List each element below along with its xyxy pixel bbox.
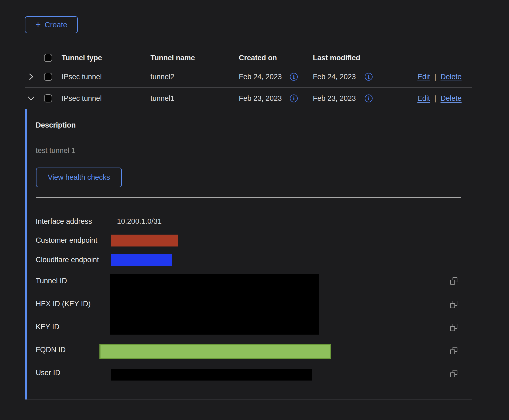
- tunnel-name-value: tunnel2: [150, 72, 175, 81]
- tunnel-type-value: IPsec tunnel: [62, 94, 102, 102]
- header-tunnel-type: Tunnel type: [62, 54, 102, 62]
- row-actions: Edit | Delete: [417, 94, 462, 102]
- tunnel-name-value: tunnel1: [150, 94, 175, 102]
- chevron-right-icon[interactable]: [27, 73, 35, 81]
- actions-separator: |: [434, 72, 436, 81]
- tunnel-id-label: Tunnel ID: [36, 277, 67, 285]
- table-row-expanded: IPsec tunnel tunnel1 Feb 23, 2023 i Feb …: [0, 88, 509, 109]
- view-health-checks-label: View health checks: [48, 173, 110, 182]
- cloudflare-endpoint-label: Cloudflare endpoint: [36, 256, 99, 264]
- created-on-value: Feb 24, 2023: [239, 72, 282, 81]
- chevron-down-icon[interactable]: [27, 94, 35, 102]
- fqdn-id-redacted-value: [99, 344, 331, 359]
- last-modified-value: Feb 24, 2023: [313, 72, 356, 81]
- header-last-modified: Last modified: [313, 54, 360, 62]
- copy-icon-front: [450, 280, 455, 285]
- fqdn-id-label: FQDN ID: [36, 346, 66, 354]
- actions-separator: |: [434, 94, 436, 102]
- user-id-label: User ID: [36, 369, 61, 377]
- row-actions: Edit | Delete: [417, 72, 462, 81]
- create-button[interactable]: + Create: [25, 16, 78, 33]
- created-on-value: Feb 23, 2023: [239, 94, 282, 102]
- customer-endpoint-redacted-value: [111, 235, 178, 246]
- last-modified-value: Feb 23, 2023: [313, 94, 356, 102]
- edit-link[interactable]: Edit: [417, 94, 430, 102]
- copy-icon-front: [450, 349, 455, 354]
- copy-icon-front: [450, 326, 455, 331]
- user-id-redacted-value: [111, 369, 312, 381]
- delete-link[interactable]: Delete: [441, 94, 462, 102]
- description-label: Description: [36, 121, 76, 129]
- copy-icon[interactable]: [450, 277, 457, 285]
- interface-address-label: Interface address: [36, 217, 92, 226]
- copy-icon[interactable]: [450, 347, 457, 354]
- copy-icon[interactable]: [450, 370, 457, 377]
- hex-id-label: HEX ID (KEY ID): [36, 300, 91, 308]
- description-value: test tunnel 1: [36, 146, 75, 155]
- info-icon[interactable]: i: [365, 73, 373, 81]
- expanded-row-accent-border: [25, 109, 27, 399]
- ids-redacted-values: [110, 274, 319, 335]
- copy-icon[interactable]: [450, 301, 457, 308]
- cloudflare-endpoint-redacted-value: [111, 254, 172, 266]
- create-button-label: Create: [45, 21, 67, 29]
- tunnel-type-value: IPsec tunnel: [62, 72, 102, 81]
- customer-endpoint-label: Customer endpoint: [36, 236, 97, 245]
- select-all-checkbox[interactable]: [44, 54, 52, 62]
- info-icon[interactable]: i: [290, 94, 298, 102]
- row-checkbox[interactable]: [44, 73, 52, 81]
- plus-icon: +: [35, 20, 41, 29]
- section-divider: [36, 197, 461, 198]
- header-tunnel-name: Tunnel name: [150, 54, 195, 62]
- expanded-row-bottom-divider: [25, 399, 472, 400]
- table-header-row: Tunnel type Tunnel name Created on Last …: [0, 50, 509, 66]
- interface-address-value: 10.200.1.0/31: [117, 217, 162, 226]
- header-created-on: Created on: [239, 54, 277, 62]
- view-health-checks-button[interactable]: View health checks: [36, 168, 122, 187]
- info-icon[interactable]: i: [290, 73, 298, 81]
- edit-link[interactable]: Edit: [417, 72, 430, 81]
- copy-icon-front: [450, 303, 455, 308]
- key-id-label: KEY ID: [36, 323, 59, 331]
- delete-link[interactable]: Delete: [441, 72, 462, 81]
- row-checkbox[interactable]: [44, 94, 52, 102]
- copy-icon-front: [450, 372, 455, 377]
- copy-icon[interactable]: [450, 324, 457, 331]
- info-icon[interactable]: i: [365, 94, 373, 102]
- table-row: IPsec tunnel tunnel2 Feb 24, 2023 i Feb …: [0, 66, 509, 87]
